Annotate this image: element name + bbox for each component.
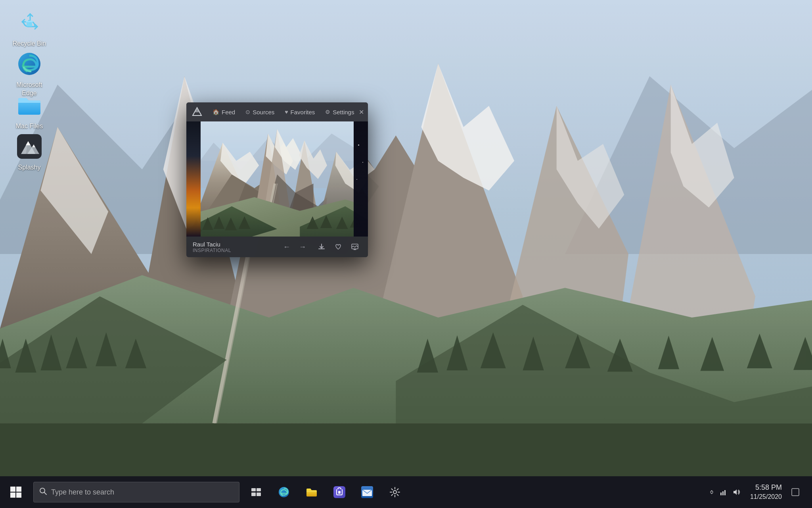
action-buttons xyxy=(315,240,362,254)
splashy-logo xyxy=(191,106,203,118)
search-placeholder: Type here to search xyxy=(51,488,114,496)
search-bar[interactable]: Type here to search xyxy=(33,482,239,502)
taskbar-mail[interactable] xyxy=(354,476,381,508)
clock-time: 5:58 PM xyxy=(750,483,782,493)
nav-arrows: ← → xyxy=(281,241,308,253)
splashy-controls: Raul Taciu INSPIRATIONAL ← → xyxy=(186,237,368,257)
next-strip[interactable] xyxy=(354,121,368,237)
tab-settings-label: Settings xyxy=(333,109,354,115)
desktop-icon-recycle-bin[interactable]: Recycle Bin xyxy=(6,6,53,51)
photo-author: Raul Taciu xyxy=(193,241,281,248)
tab-favorites[interactable]: ♥ Favorites xyxy=(280,106,320,118)
tab-feed[interactable]: 🏠 Feed xyxy=(208,106,240,118)
svg-rect-97 xyxy=(720,493,722,495)
splashy-titlebar: 🏠 Feed ⊙ Sources ♥ Favorites ⚙ Settings … xyxy=(186,102,368,121)
sources-icon: ⊙ xyxy=(245,109,250,115)
tab-feed-label: Feed xyxy=(222,109,235,115)
settings-icon: ⚙ xyxy=(325,109,330,115)
taskbar-edge[interactable] xyxy=(270,476,297,508)
recycle-bin-icon xyxy=(15,9,43,37)
tab-settings[interactable]: ⚙ Settings xyxy=(320,106,359,118)
prev-button[interactable]: ← xyxy=(281,241,293,253)
splashy-label: Splashy xyxy=(18,164,41,172)
taskbar-settings[interactable] xyxy=(381,476,408,508)
taskbar: Type here to search xyxy=(0,476,812,508)
svg-rect-81 xyxy=(10,487,15,492)
splashy-content xyxy=(186,121,368,237)
svg-rect-98 xyxy=(722,491,724,495)
heart-icon: ♥ xyxy=(285,109,288,115)
tab-sources[interactable]: ⊙ Sources xyxy=(241,106,279,118)
svg-rect-87 xyxy=(257,488,261,491)
search-icon xyxy=(39,487,47,497)
system-tray xyxy=(707,476,742,508)
desktop-icon-mac-files[interactable]: Mac Files xyxy=(6,88,53,134)
taskbar-file-explorer[interactable] xyxy=(298,476,325,508)
svg-rect-37 xyxy=(0,0,812,508)
desktop-icon-splashy[interactable]: Splashy xyxy=(6,129,53,175)
splashy-nav: 🏠 Feed ⊙ Sources ♥ Favorites ⚙ Settings xyxy=(208,106,359,118)
volume-icon[interactable] xyxy=(731,488,742,496)
svg-rect-86 xyxy=(251,488,256,491)
wallpaper-button[interactable] xyxy=(348,240,362,254)
svg-rect-91 xyxy=(306,491,317,492)
taskbar-icons xyxy=(243,476,408,508)
splashy-icon xyxy=(15,133,43,160)
mac-files-icon xyxy=(15,91,43,119)
tab-sources-label: Sources xyxy=(253,109,274,115)
favorite-button[interactable] xyxy=(331,240,345,254)
edge-icon xyxy=(15,50,43,78)
network-icon[interactable] xyxy=(718,488,729,496)
clock[interactable]: 5:58 PM 11/25/2020 xyxy=(747,481,785,503)
download-button[interactable] xyxy=(315,240,328,254)
main-photo xyxy=(186,121,368,237)
svg-rect-88 xyxy=(251,493,256,496)
desktop xyxy=(0,0,812,508)
svg-rect-79 xyxy=(186,121,368,237)
svg-rect-102 xyxy=(792,489,799,496)
svg-point-96 xyxy=(393,491,396,494)
photo-info: Raul Taciu INSPIRATIONAL xyxy=(193,241,281,253)
svg-rect-89 xyxy=(257,493,261,496)
svg-rect-82 xyxy=(16,487,21,492)
home-icon: 🏠 xyxy=(213,109,219,115)
svg-rect-99 xyxy=(724,490,726,495)
tab-favorites-label: Favorites xyxy=(291,109,315,115)
next-button[interactable]: → xyxy=(297,241,308,253)
svg-rect-38 xyxy=(27,22,32,27)
taskbar-task-view[interactable] xyxy=(243,476,270,508)
tray-expand[interactable] xyxy=(707,489,716,496)
prev-strip[interactable] xyxy=(186,121,201,237)
taskbar-store[interactable] xyxy=(326,476,353,508)
close-button[interactable]: ✕ xyxy=(359,106,364,118)
svg-rect-84 xyxy=(16,493,21,498)
start-button[interactable] xyxy=(0,476,32,508)
photo-category: INSPIRATIONAL xyxy=(193,248,281,253)
svg-point-85 xyxy=(40,488,45,493)
svg-marker-101 xyxy=(733,489,737,495)
splashy-window: 🏠 Feed ⊙ Sources ♥ Favorites ⚙ Settings … xyxy=(186,102,368,257)
clock-date: 11/25/2020 xyxy=(750,493,782,501)
taskbar-right: 5:58 PM 11/25/2020 xyxy=(707,476,812,508)
svg-rect-83 xyxy=(10,493,15,498)
svg-rect-40 xyxy=(28,20,31,21)
svg-rect-93 xyxy=(338,491,341,494)
notification-button[interactable] xyxy=(785,476,806,508)
